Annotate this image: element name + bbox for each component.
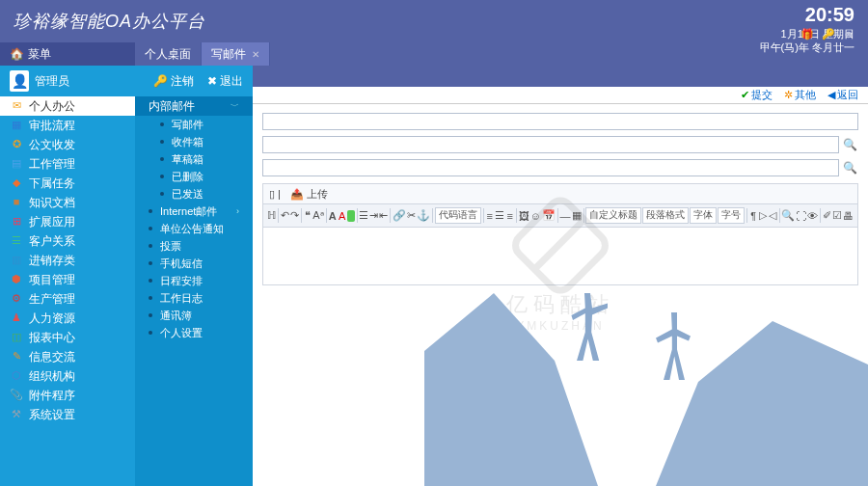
header-bar: 珍裕缘智能OA办公平台 20:59 1月11日 星期日 甲午(马)年 冬月廿一 … xyxy=(0,0,868,42)
flyout-sub-2[interactable]: 草稿箱 xyxy=(135,150,253,168)
attachment-slot[interactable]: ▯ | xyxy=(269,188,281,201)
undo-icon[interactable]: ↶ xyxy=(281,207,289,224)
upload-button[interactable]: 📤上传 xyxy=(290,187,328,202)
chevron-right-icon: › xyxy=(236,206,239,216)
clock-lunar: 甲午(马)年 冬月廿一 xyxy=(760,40,854,54)
header-utility-icons: 🎁 🔑 ☻ xyxy=(800,28,854,40)
search-icon[interactable]: 🔍 xyxy=(843,138,858,151)
para2-icon[interactable]: ▷ xyxy=(759,207,768,224)
sidebar-item-4[interactable]: ◆下属任务 xyxy=(0,174,135,193)
hr-icon[interactable]: — xyxy=(560,207,571,224)
sidebar-user[interactable]: 👤 管理员 xyxy=(0,66,135,96)
para1-icon[interactable]: ¶ xyxy=(749,207,758,224)
flyout-item-6[interactable]: 通讯簿 xyxy=(135,307,253,324)
flyout-sub-4[interactable]: 已发送 xyxy=(135,185,253,202)
other-button[interactable]: ✲其他 xyxy=(784,88,816,102)
sidebar-item-6[interactable]: ⊞扩展应用 xyxy=(0,212,135,231)
list-icon[interactable]: ☰ xyxy=(359,207,368,224)
subject-input[interactable] xyxy=(262,136,839,153)
check-icon: ✔ xyxy=(741,89,749,101)
fontcase-icon[interactable]: Aᵃ xyxy=(312,207,323,224)
flyout-item-1[interactable]: 单位公告通知 xyxy=(135,220,253,237)
anchor-icon[interactable]: ⚓ xyxy=(417,207,430,224)
align-center-icon[interactable]: ☰ xyxy=(495,207,504,224)
flyout-item-7[interactable]: 个人设置 xyxy=(135,324,253,341)
font-select[interactable]: 字体 xyxy=(690,207,717,224)
exit-button[interactable]: ✖退出 xyxy=(207,73,243,90)
submit-button[interactable]: ✔提交 xyxy=(741,88,773,102)
fontcolor-icon[interactable]: A xyxy=(338,207,346,224)
source-icon[interactable]: ℍ xyxy=(267,207,276,224)
align-left-icon[interactable]: ≡ xyxy=(485,207,494,224)
bold-icon[interactable]: A xyxy=(328,207,337,224)
para3-icon[interactable]: ◁ xyxy=(769,207,777,224)
editor-body[interactable] xyxy=(262,228,858,285)
gear-icon: ✲ xyxy=(784,89,793,101)
emoji-icon[interactable]: ☺ xyxy=(530,207,541,224)
sidebar-item-10[interactable]: ⚙生产管理 xyxy=(0,289,135,309)
tab-personal-desktop[interactable]: 个人桌面 xyxy=(135,42,202,66)
sidebar-item-14[interactable]: ⬡组织机构 xyxy=(0,366,135,386)
key-icon[interactable]: 🔑 xyxy=(822,28,833,40)
tab-compose-mail[interactable]: 写邮件 ✕ xyxy=(202,42,270,66)
select-all-icon[interactable]: ☑ xyxy=(832,207,842,224)
recipient-input[interactable] xyxy=(262,113,858,130)
sidebar-item-13[interactable]: ✎信息交流 xyxy=(0,347,135,366)
preview-icon[interactable]: 👁 xyxy=(807,207,818,224)
outdent-icon[interactable]: ⇤ xyxy=(379,207,388,224)
fontsize-select[interactable]: 字号 xyxy=(718,207,745,224)
flyout-item-2[interactable]: 投票 xyxy=(135,237,253,255)
bullet-icon xyxy=(160,192,164,196)
eraser-icon[interactable]: ✐ xyxy=(823,207,831,224)
close-icon[interactable]: ✕ xyxy=(252,49,259,60)
redo-icon[interactable]: ↷ xyxy=(290,207,299,224)
sidebar-item-9[interactable]: ⬢项目管理 xyxy=(0,270,135,289)
sidebar-item-15[interactable]: 📎附件程序 xyxy=(0,386,135,405)
link-icon[interactable]: 🔗 xyxy=(393,207,406,224)
fullscreen-icon[interactable]: ⛶ xyxy=(796,207,806,224)
nav-icon: ■ xyxy=(10,196,23,209)
sidebar-item-8[interactable]: ▥进销存类 xyxy=(0,251,135,270)
search-icon[interactable]: 🔍 xyxy=(843,161,858,175)
flyout-section-internal-mail[interactable]: 内部邮件 ﹀ xyxy=(135,96,253,116)
para-format-select[interactable]: 段落格式 xyxy=(642,207,689,224)
sidebar-item-0[interactable]: ✉个人办公 xyxy=(0,96,135,116)
flyout-sub-3[interactable]: 已删除 xyxy=(135,168,253,185)
back-button[interactable]: ◀返回 xyxy=(827,88,858,102)
find-icon[interactable]: 🔍 xyxy=(781,207,795,224)
flyout-sub-1[interactable]: 收件箱 xyxy=(135,133,253,150)
image-icon[interactable]: 🖼 xyxy=(519,207,529,224)
bullet-icon xyxy=(149,261,152,265)
flyout-item-3[interactable]: 手机短信 xyxy=(135,255,253,272)
menu-button[interactable]: 🏠 菜单 xyxy=(0,42,135,66)
bullet-icon xyxy=(160,175,164,178)
cc-input[interactable] xyxy=(262,159,839,176)
sidebar-item-5[interactable]: ■知识文档 xyxy=(0,193,135,212)
align-right-icon[interactable]: ≡ xyxy=(505,207,514,224)
custom-title-select[interactable]: 自定义标题 xyxy=(585,207,641,224)
date-icon[interactable]: 📅 xyxy=(542,207,556,224)
print-icon[interactable]: 🖶 xyxy=(843,207,854,224)
indent-icon[interactable]: ⇥ xyxy=(369,207,378,224)
flyout-item-0[interactable]: Internet邮件› xyxy=(135,202,253,220)
unlink-icon[interactable]: ✂ xyxy=(407,207,416,224)
gift-icon[interactable]: 🎁 xyxy=(800,28,812,40)
bgcolor-icon[interactable] xyxy=(347,210,354,222)
sidebar-item-3[interactable]: ▤工作管理 xyxy=(0,154,135,174)
sidebar-item-7[interactable]: ☰客户关系 xyxy=(0,231,135,251)
codelang-select[interactable]: 代码语言 xyxy=(435,207,481,224)
sidebar-item-12[interactable]: ◫报表中心 xyxy=(0,328,135,347)
flyout-item-5[interactable]: 工作日志 xyxy=(135,289,253,307)
table-icon[interactable]: ▦ xyxy=(572,207,582,224)
quote-icon[interactable]: ❝ xyxy=(303,207,312,224)
sidebar-item-1[interactable]: ▦审批流程 xyxy=(0,116,135,135)
tab-bar: 🏠 菜单 个人桌面 写邮件 ✕ xyxy=(0,42,868,66)
logout-button[interactable]: 🔑注销 xyxy=(153,73,194,90)
flyout-item-4[interactable]: 日程安排 xyxy=(135,272,253,289)
content-toolbar: ✔提交 ✲其他 ◀返回 xyxy=(253,87,868,104)
user-circle-icon[interactable]: ☻ xyxy=(843,28,854,40)
sidebar-item-16[interactable]: ⚒系统设置 xyxy=(0,405,135,424)
flyout-sub-0[interactable]: 写邮件 xyxy=(135,116,253,133)
sidebar-item-2[interactable]: ✪公文收发 xyxy=(0,135,135,154)
sidebar-item-11[interactable]: ♟人力资源 xyxy=(0,309,135,328)
